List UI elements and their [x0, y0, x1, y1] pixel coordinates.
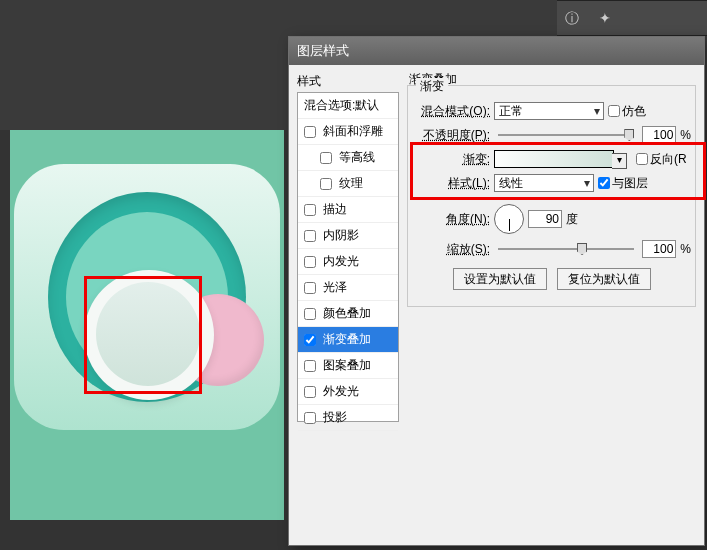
- style-bevel-emboss-check[interactable]: [304, 126, 316, 138]
- style-value: 线性: [499, 176, 523, 190]
- style-contour-label: 等高线: [339, 150, 375, 164]
- opacity-input[interactable]: [642, 126, 676, 144]
- style-color-overlay[interactable]: 颜色叠加: [298, 301, 398, 327]
- rounded-app-icon: [14, 164, 280, 430]
- styles-column-label: 样式: [297, 73, 399, 90]
- scale-slider[interactable]: [498, 248, 634, 250]
- align-check-input[interactable]: [598, 177, 610, 189]
- top-toolbar: ⓘ ✦: [557, 0, 707, 36]
- style-inner-glow-check[interactable]: [304, 256, 316, 268]
- style-bevel-emboss-label: 斜面和浮雕: [323, 124, 383, 138]
- style-texture-label: 纹理: [339, 176, 363, 190]
- document-canvas: [10, 130, 284, 520]
- angle-row: 角度(N): 度: [412, 204, 691, 234]
- reset-default-button[interactable]: 复位为默认值: [557, 268, 651, 290]
- style-select[interactable]: 线性: [494, 174, 594, 192]
- style-stroke[interactable]: 描边: [298, 197, 398, 223]
- blend-mode-value: 正常: [499, 104, 523, 118]
- style-contour-check[interactable]: [320, 152, 332, 164]
- style-outer-glow-check[interactable]: [304, 386, 316, 398]
- opacity-row: 不透明度(P): %: [412, 126, 691, 144]
- angle-dial[interactable]: [494, 204, 524, 234]
- style-drop-shadow[interactable]: 投影: [298, 405, 398, 431]
- scale-label: 缩放(S):: [412, 241, 490, 258]
- style-stroke-check[interactable]: [304, 204, 316, 216]
- wand-icon[interactable]: ✦: [591, 4, 619, 32]
- blending-options-default[interactable]: 混合选项:默认: [298, 93, 398, 119]
- layer-style-dialog: 图层样式 样式 混合选项:默认 斜面和浮雕 等高线 纹理: [288, 36, 705, 546]
- style-gradient-overlay-check[interactable]: [304, 334, 316, 346]
- dialog-titlebar[interactable]: 图层样式: [289, 37, 704, 65]
- style-stroke-label: 描边: [323, 202, 347, 216]
- style-drop-shadow-label: 投影: [323, 410, 347, 424]
- style-texture-check[interactable]: [320, 178, 332, 190]
- gradient-label: 渐变:: [412, 151, 490, 168]
- style-label: 样式(L):: [412, 175, 490, 192]
- style-satin-label: 光泽: [323, 280, 347, 294]
- dither-label: 仿色: [622, 103, 646, 120]
- dither-check-input[interactable]: [608, 105, 620, 117]
- reverse-label: 反向(R: [650, 151, 687, 168]
- gradient-picker[interactable]: [494, 150, 614, 168]
- style-contour[interactable]: 等高线: [298, 145, 398, 171]
- opacity-slider[interactable]: [498, 134, 634, 136]
- style-pattern-overlay[interactable]: 图案叠加: [298, 353, 398, 379]
- reverse-check-input[interactable]: [636, 153, 648, 165]
- scale-row: 缩放(S): %: [412, 240, 691, 258]
- style-gradient-overlay-label: 渐变叠加: [323, 332, 371, 346]
- scale-input[interactable]: [642, 240, 676, 258]
- style-inner-glow[interactable]: 内发光: [298, 249, 398, 275]
- angle-label: 角度(N):: [412, 211, 490, 228]
- dither-checkbox[interactable]: 仿色: [608, 103, 646, 120]
- scale-slider-thumb[interactable]: [577, 243, 587, 255]
- dialog-title: 图层样式: [297, 43, 349, 58]
- scale-unit: %: [680, 242, 691, 256]
- style-satin[interactable]: 光泽: [298, 275, 398, 301]
- style-bevel-emboss[interactable]: 斜面和浮雕: [298, 119, 398, 145]
- reverse-checkbox[interactable]: 反向(R: [636, 151, 687, 168]
- gradient-overlay-pane: 渐变叠加 渐变 混合模式(O): 正常 仿色 不透明度(P):: [405, 73, 696, 537]
- angle-input[interactable]: [528, 210, 562, 228]
- style-texture[interactable]: 纹理: [298, 171, 398, 197]
- style-color-overlay-label: 颜色叠加: [323, 306, 371, 320]
- set-default-button[interactable]: 设置为默认值: [453, 268, 547, 290]
- style-outer-glow[interactable]: 外发光: [298, 379, 398, 405]
- styles-column: 样式 混合选项:默认 斜面和浮雕 等高线 纹理: [297, 73, 399, 537]
- style-drop-shadow-check[interactable]: [304, 412, 316, 424]
- red-annotation-canvas: [84, 276, 202, 394]
- style-inner-shadow-label: 内阴影: [323, 228, 359, 242]
- style-row: 样式(L): 线性 与图层: [412, 174, 691, 192]
- style-outer-glow-label: 外发光: [323, 384, 359, 398]
- opacity-unit: %: [680, 128, 691, 142]
- align-label: 与图层: [612, 175, 648, 192]
- styles-list[interactable]: 混合选项:默认 斜面和浮雕 等高线 纹理 描边: [297, 92, 399, 422]
- blending-options-label: 混合选项:默认: [304, 98, 379, 112]
- style-pattern-overlay-check[interactable]: [304, 360, 316, 372]
- style-inner-glow-label: 内发光: [323, 254, 359, 268]
- blend-mode-label: 混合模式(O):: [412, 103, 490, 120]
- style-inner-shadow[interactable]: 内阴影: [298, 223, 398, 249]
- gradient-row: 渐变: 反向(R: [412, 150, 691, 168]
- angle-unit: 度: [566, 211, 578, 228]
- style-color-overlay-check[interactable]: [304, 308, 316, 320]
- style-inner-shadow-check[interactable]: [304, 230, 316, 242]
- align-with-layer-checkbox[interactable]: 与图层: [598, 175, 648, 192]
- style-satin-check[interactable]: [304, 282, 316, 294]
- info-icon[interactable]: ⓘ: [558, 4, 586, 32]
- defaults-buttons-row: 设置为默认值 复位为默认值: [412, 268, 691, 290]
- opacity-slider-thumb[interactable]: [624, 129, 634, 141]
- style-pattern-overlay-label: 图案叠加: [323, 358, 371, 372]
- style-gradient-overlay[interactable]: 渐变叠加: [298, 327, 398, 353]
- blend-mode-select[interactable]: 正常: [494, 102, 604, 120]
- gradient-fieldset: 渐变 混合模式(O): 正常 仿色 不透明度(P):: [407, 85, 696, 307]
- blend-mode-row: 混合模式(O): 正常 仿色: [412, 102, 691, 120]
- opacity-label: 不透明度(P):: [412, 127, 490, 144]
- gradient-fieldset-legend: 渐变: [416, 78, 448, 95]
